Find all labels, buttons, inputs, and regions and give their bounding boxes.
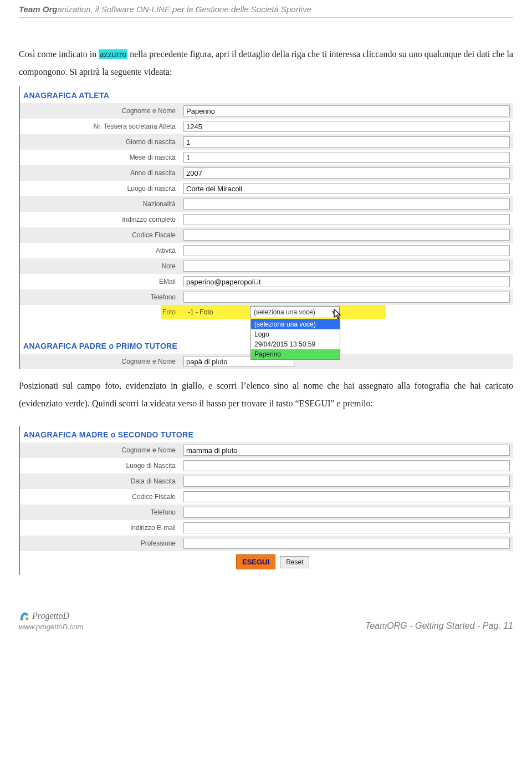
- row-giorno: Giorno di nascita: [20, 134, 513, 150]
- foto-option[interactable]: Logo: [251, 329, 340, 339]
- para1-a: Così come indicato in: [19, 49, 99, 59]
- paragraph-1: Così come indicato in azzurro nella prec…: [19, 45, 513, 81]
- screenshot-athlete-form: ANAGRAFICA ATLETA Cognome e Nome Nr. Tes…: [19, 86, 513, 369]
- footer-logo: ProgettoD www.progettoD.com: [19, 610, 83, 631]
- foto-dropdown[interactable]: (seleziona una voce) Logo 29/04/2015 13:…: [250, 319, 340, 360]
- logo-icon: [19, 610, 30, 622]
- input-madre-cf[interactable]: [183, 491, 510, 502]
- section-title-madre: ANAGRAFICA MADRE o SECONDO TUTORE: [20, 426, 513, 442]
- input-anno[interactable]: [183, 167, 510, 179]
- foto-option[interactable]: (seleziona una voce): [251, 319, 340, 329]
- input-email[interactable]: [183, 276, 510, 287]
- label: Codice Fiscale: [20, 231, 183, 239]
- row-luogo: Luogo di nascita: [20, 181, 513, 196]
- label: Cognome e Nome: [20, 358, 183, 365]
- input-luogo[interactable]: [183, 183, 510, 194]
- label: Telefono: [20, 508, 183, 516]
- doc-header-bold: Team Org: [19, 4, 57, 14]
- label: Codice Fiscale: [20, 493, 183, 501]
- label: Nr. Tessera societaria Atleta: [20, 123, 183, 130]
- doc-header: Team Organization, il Software ON-LINE p…: [19, 4, 513, 18]
- row-madre-tel: Telefono: [20, 505, 513, 520]
- row-telefono: Telefono: [20, 289, 513, 305]
- label: Indirizzo completo: [20, 216, 183, 223]
- input-telefono[interactable]: [183, 292, 510, 303]
- label: Nazionalità: [20, 200, 183, 208]
- input-note[interactable]: [183, 261, 510, 272]
- input-nazionalita[interactable]: [183, 198, 510, 210]
- footer-page-info: TeamORG - Getting Started - Pag. 11: [365, 621, 513, 631]
- input-madre-luogo[interactable]: [183, 460, 510, 471]
- input-mese[interactable]: [183, 152, 510, 163]
- footer-url: www.progettoD.com: [19, 623, 83, 631]
- row-tessera: Nr. Tessera societaria Atleta: [20, 119, 513, 134]
- row-attivita: Attività: [20, 243, 513, 258]
- label: Anno di nascita: [20, 169, 183, 177]
- reset-button[interactable]: Reset: [280, 556, 309, 568]
- input-madre-cognome[interactable]: [183, 445, 510, 456]
- input-tessera[interactable]: [183, 121, 510, 132]
- section-title-athlete: ANAGRAFICA ATLETA: [20, 86, 513, 103]
- label: EMail: [20, 278, 183, 286]
- label: Indirizzo E-mail: [20, 524, 183, 532]
- form-rows-athlete: Cognome e Nome Nr. Tessera societaria At…: [20, 103, 513, 354]
- label: Data di Nascita: [20, 477, 183, 485]
- page-footer: ProgettoD www.progettoD.com TeamORG - Ge…: [0, 588, 532, 634]
- label-foto: Foto: [20, 308, 183, 316]
- brand-text: ProgettoD: [32, 611, 69, 621]
- input-madre-prof[interactable]: [183, 538, 510, 549]
- label: Note: [20, 262, 183, 270]
- chevron-down-icon: ▼: [329, 309, 338, 315]
- row-madre-prof: Professione: [20, 536, 513, 551]
- doc-header-rest: anization, il Software ON-LINE per la Ge…: [57, 4, 311, 14]
- label: Professione: [20, 539, 183, 547]
- esegui-button[interactable]: ESEGUI: [236, 554, 275, 569]
- input-madre-email[interactable]: [183, 522, 510, 533]
- foto-sublabel: -1 - Foto: [183, 308, 250, 316]
- label: Cognome e Nome: [20, 446, 183, 454]
- brand: ProgettoD: [19, 610, 69, 622]
- row-indirizzo: Indirizzo completo: [20, 212, 513, 227]
- label: Telefono: [20, 293, 183, 301]
- input-cf[interactable]: [183, 230, 510, 241]
- row-cognome-nome: Cognome e Nome: [20, 103, 513, 119]
- input-attivita[interactable]: [183, 245, 510, 256]
- foto-option[interactable]: Paperino: [251, 349, 340, 359]
- row-madre-email: Indirizzo E-mail: [20, 520, 513, 536]
- input-madre-data[interactable]: [183, 476, 510, 487]
- screenshot-madre-form: ANAGRAFICA MADRE o SECONDO TUTORE Cognom…: [19, 426, 513, 575]
- row-madre-cognome: Cognome e Nome: [20, 442, 513, 458]
- label: Giorno di nascita: [20, 138, 183, 146]
- row-madre-luogo: Luogo di Nascita: [20, 458, 513, 473]
- input-indirizzo[interactable]: [183, 214, 510, 225]
- row-cf: Codice Fiscale: [20, 227, 513, 243]
- row-email: EMail: [20, 274, 513, 289]
- foto-select[interactable]: (seleziona una voce) ▼ (seleziona una vo…: [250, 306, 340, 318]
- row-note: Note: [20, 258, 513, 274]
- row-madre-data: Data di Nascita: [20, 473, 513, 489]
- row-anno: Anno di nascita: [20, 165, 513, 181]
- para1-highlight: azzurro: [99, 49, 127, 59]
- row-mese: Mese di nascita: [20, 150, 513, 165]
- input-cognome-nome[interactable]: [183, 105, 510, 116]
- label: Luogo di nascita: [20, 185, 183, 192]
- row-foto: Foto -1 - Foto (seleziona una voce) ▼ (s…: [20, 305, 513, 319]
- input-madre-tel[interactable]: [183, 507, 510, 518]
- foto-select-value: (seleziona una voce): [254, 308, 315, 316]
- label: Cognome e Nome: [20, 107, 183, 115]
- svg-point-0: [26, 618, 29, 620]
- button-row: ESEGUI Reset: [20, 551, 513, 575]
- label: Mese di nascita: [20, 154, 183, 161]
- row-nazionalita: Nazionalità: [20, 196, 513, 212]
- row-madre-cf: Codice Fiscale: [20, 489, 513, 505]
- foto-option[interactable]: 29/04/2015 13:50:59: [251, 339, 340, 349]
- label: Luogo di Nascita: [20, 462, 183, 470]
- input-giorno[interactable]: [183, 136, 510, 147]
- paragraph-2: Posizionati sul campo foto, evidenziato …: [19, 377, 513, 412]
- label: Attività: [20, 247, 183, 254]
